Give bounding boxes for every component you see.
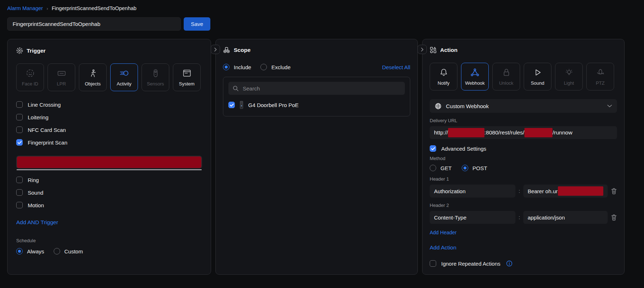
add-action-link[interactable]: Add Action: [430, 244, 617, 251]
scope-panel-header: Scope: [223, 46, 410, 54]
trash-icon: [611, 188, 617, 194]
method-get-option[interactable]: GET: [430, 165, 452, 171]
breadcrumb: Alarm Manager › FingerprintScannedSendTo…: [7, 5, 137, 11]
trigger-type-face-id[interactable]: Face ID: [16, 63, 44, 91]
redacted-host: [448, 128, 484, 137]
radio-post[interactable]: [462, 165, 468, 171]
add-header-link[interactable]: Add Header: [430, 230, 457, 235]
header1-key-input[interactable]: Authorization: [430, 185, 515, 198]
schedule-always-option[interactable]: Always: [16, 248, 44, 254]
checkbox-line-crossing[interactable]: [16, 101, 23, 108]
delete-header1-button[interactable]: [611, 188, 617, 194]
trigger-panel-header: Trigger: [16, 47, 202, 54]
redacted-select-value: [16, 156, 202, 169]
add-and-trigger-link[interactable]: Add AND Trigger: [16, 219, 58, 226]
ignore-repeated-actions-row[interactable]: Ignore Repeated Actions: [430, 260, 617, 267]
checkbox-ignore-repeated[interactable]: [430, 260, 436, 267]
header1-value-input[interactable]: Bearer oh.ur: [523, 185, 608, 198]
checkbox-loitering[interactable]: [16, 114, 23, 120]
select-underline: [17, 169, 202, 170]
trigger-event-list: Line Crossing Loitering NFC Card Scan Fi…: [16, 101, 202, 208]
header-separator: :: [519, 214, 520, 220]
checkbox-advanced-settings[interactable]: [430, 145, 436, 152]
checkbox-nfc-card-scan[interactable]: [16, 127, 23, 133]
action-type-sound[interactable]: Sound: [524, 63, 551, 90]
deselect-all-link[interactable]: Deselect All: [382, 64, 410, 70]
scope-device-box: Search G4 Doorbell Pro PoE: [223, 77, 410, 116]
schedule-options: Always Custom: [16, 248, 202, 254]
checkbox-g4-doorbell[interactable]: [228, 102, 235, 108]
search-placeholder: Search: [243, 85, 260, 92]
method-options: GET POST: [430, 165, 617, 171]
alarm-name-input[interactable]: FingerprintScannedSendToOpenhab: [7, 17, 181, 31]
radio-include[interactable]: [223, 64, 229, 70]
breadcrumb-current: FingerprintScannedSendToOpenhab: [52, 5, 136, 11]
trigger-type-row: Face ID LPR Objects Activity Sensors: [16, 63, 202, 91]
lightbulb-icon: [564, 68, 574, 77]
trigger-panel-title: Trigger: [27, 48, 46, 54]
event-nfc-card-scan[interactable]: NFC Card Scan: [16, 127, 202, 133]
checkbox-ring[interactable]: [16, 177, 23, 183]
info-icon[interactable]: [506, 260, 513, 267]
fingerprint-select-redacted[interactable]: [16, 152, 202, 170]
scope-include-option[interactable]: Include: [223, 64, 251, 70]
header1-row: Authorization : Bearer oh.ur: [430, 185, 617, 198]
advanced-settings-row[interactable]: Advanced Settings: [430, 145, 617, 152]
event-motion[interactable]: Motion: [16, 202, 202, 208]
header2-key-input[interactable]: Content-Type: [430, 211, 515, 224]
event-ring[interactable]: Ring: [16, 177, 202, 183]
event-sound[interactable]: Sound: [16, 189, 202, 196]
schedule-custom-option[interactable]: Custom: [54, 248, 83, 254]
scope-exclude-option[interactable]: Exclude: [260, 64, 290, 70]
header1-label: Header 1: [430, 176, 617, 182]
alarm-name-value: FingerprintScannedSendToOpenhab: [13, 21, 100, 27]
action-panel: Action Notify Webhook Unlock Sound: [422, 39, 625, 275]
breadcrumb-link-alarm-manager[interactable]: Alarm Manager: [7, 5, 43, 11]
scope-panel: Scope Include Exclude Deselect All Searc…: [215, 39, 418, 275]
header2-value-input[interactable]: application/json: [523, 211, 608, 224]
radio-get[interactable]: [430, 165, 436, 171]
device-row-g4-doorbell[interactable]: G4 Doorbell Pro PoE: [228, 101, 405, 109]
globe-icon: [435, 103, 442, 110]
trigger-type-objects[interactable]: Objects: [79, 63, 107, 91]
event-fingerprint-scan[interactable]: Fingerprint Scan: [16, 139, 202, 146]
trigger-type-sensors[interactable]: Sensors: [142, 63, 169, 91]
method-post-option[interactable]: POST: [462, 165, 487, 171]
event-loitering[interactable]: Loitering: [16, 114, 202, 120]
sensor-icon: [151, 68, 160, 78]
event-line-crossing[interactable]: Line Crossing: [16, 101, 202, 108]
trigger-type-system[interactable]: System: [173, 63, 201, 91]
checkbox-sound[interactable]: [16, 189, 23, 196]
action-panel-header: Action: [430, 46, 617, 53]
header2-label: Header 2: [430, 203, 617, 208]
checkbox-motion[interactable]: [16, 202, 23, 208]
collapse-scope-button[interactable]: [417, 45, 427, 54]
action-type-unlock[interactable]: Unlock: [492, 63, 520, 90]
action-type-webhook[interactable]: Webhook: [461, 63, 489, 90]
trigger-target-icon: [16, 47, 23, 54]
check-icon: [431, 147, 435, 150]
action-type-notify[interactable]: Notify: [430, 63, 457, 90]
chevron-down-icon: [607, 105, 612, 107]
checkbox-fingerprint-scan[interactable]: [16, 139, 23, 146]
radio-custom[interactable]: [54, 248, 60, 254]
radio-always[interactable]: [16, 248, 23, 254]
chevron-right-icon: [214, 48, 217, 52]
trigger-type-activity[interactable]: Activity: [110, 63, 138, 91]
search-icon: [233, 85, 239, 92]
action-type-ptz[interactable]: PTZ: [586, 63, 614, 90]
webhook-icon: [470, 68, 480, 77]
delivery-url-input[interactable]: http://:8080/rest/rules//runnow: [430, 126, 617, 139]
check-icon: [18, 141, 22, 144]
action-type-light[interactable]: Light: [555, 63, 583, 90]
trigger-type-lpr[interactable]: LPR: [48, 63, 75, 91]
radio-exclude[interactable]: [260, 64, 267, 70]
delete-header2-button[interactable]: [611, 214, 617, 221]
search-input[interactable]: Search: [228, 82, 405, 95]
system-icon: [182, 68, 192, 78]
webhook-type-select[interactable]: Custom Webhook: [430, 99, 617, 113]
collapse-trigger-button[interactable]: [211, 45, 220, 54]
save-button[interactable]: Save: [184, 17, 210, 31]
check-icon: [230, 103, 234, 107]
scope-devices-icon: [223, 46, 230, 54]
